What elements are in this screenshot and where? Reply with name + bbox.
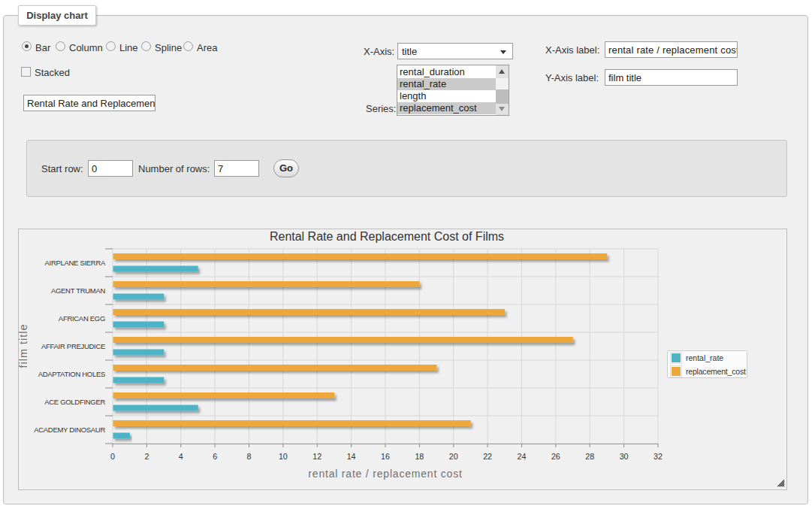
svg-text:ACADEMY DINOSAUR: ACADEMY DINOSAUR <box>34 426 105 434</box>
svg-text:4: 4 <box>179 452 183 461</box>
svg-text:0: 0 <box>110 452 115 461</box>
svg-text:AIRPLANE SIERRA: AIRPLANE SIERRA <box>45 259 106 267</box>
svg-text:replacement_cost: replacement_cost <box>686 367 746 376</box>
svg-text:ACE GOLDFINGER: ACE GOLDFINGER <box>44 398 105 406</box>
svg-text:28: 28 <box>585 452 594 461</box>
svg-text:Rental Rate and Replacement Co: Rental Rate and Replacement Cost of Film… <box>270 230 504 243</box>
svg-text:AFRICAN EGG: AFRICAN EGG <box>59 314 105 323</box>
svg-text:30: 30 <box>620 452 629 461</box>
svg-text:8: 8 <box>247 452 252 461</box>
svg-text:12: 12 <box>312 452 321 461</box>
svg-text:AGENT TRUMAN: AGENT TRUMAN <box>51 286 105 295</box>
svg-text:6: 6 <box>213 452 217 461</box>
svg-text:24: 24 <box>518 452 527 461</box>
svg-text:AFFAIR PREJUDICE: AFFAIR PREJUDICE <box>41 342 105 350</box>
svg-text:20: 20 <box>449 452 458 461</box>
svg-text:14: 14 <box>347 452 356 461</box>
svg-text:22: 22 <box>483 452 492 461</box>
svg-text:2: 2 <box>144 452 149 461</box>
svg-text:ADAPTATION HOLES: ADAPTATION HOLES <box>38 370 105 378</box>
svg-text:rental_rate: rental_rate <box>686 353 723 362</box>
svg-text:rental rate / replacement cost: rental rate / replacement cost <box>308 468 462 480</box>
svg-text:26: 26 <box>551 452 560 461</box>
svg-text:16: 16 <box>381 452 390 461</box>
svg-text:32: 32 <box>654 452 663 461</box>
svg-text:18: 18 <box>415 452 424 461</box>
svg-text:10: 10 <box>279 452 288 461</box>
